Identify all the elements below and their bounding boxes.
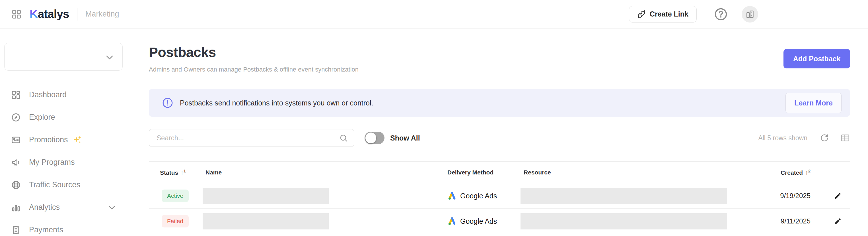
info-icon: [162, 98, 173, 108]
column-header-created[interactable]: Created↑2: [729, 168, 826, 176]
main-content: Postbacks Admins and Owners can manage P…: [149, 28, 850, 236]
edit-button[interactable]: [834, 217, 841, 225]
page-title: Postbacks: [149, 45, 850, 60]
product-name: Marketing: [85, 10, 119, 19]
link-sparkle-icon: [637, 10, 646, 19]
compass-icon: [11, 112, 21, 122]
table-controls: Show All All 5 rows shown: [149, 129, 850, 147]
header-divider: [77, 8, 78, 21]
table-view-button[interactable]: [840, 133, 850, 143]
pencil-icon: [834, 192, 841, 200]
table-header-row: Status↑1 Name Delivery Method Resource C…: [149, 162, 850, 183]
delivery-method-cell: Google Ads: [447, 217, 524, 226]
sidebar-item-dashboard[interactable]: Dashboard: [0, 83, 142, 106]
column-header-status[interactable]: Status↑1: [149, 168, 203, 176]
sparkles-icon: [72, 135, 82, 145]
pencil-icon: [834, 217, 841, 225]
brand-logo-k: K: [30, 7, 38, 21]
app-grid-icon[interactable]: [11, 9, 22, 19]
sidebar: Dashboard Explore Promotions: [0, 28, 142, 236]
globe-icon: [11, 180, 21, 190]
sort-indicator: ↑2: [805, 169, 810, 176]
page-subtitle: Admins and Owners can manage Postbacks &…: [149, 66, 850, 73]
column-header-name[interactable]: Name: [203, 169, 447, 176]
name-placeholder: [203, 213, 329, 230]
edit-button[interactable]: [834, 192, 841, 200]
help-icon: [714, 8, 727, 21]
table-row[interactable]: Active Google Ads 9/19/2025: [149, 183, 850, 209]
info-banner: Postbacks send notifications into system…: [149, 89, 850, 117]
status-badge: Failed: [162, 215, 189, 228]
sidebar-item-label: Explore: [29, 113, 55, 122]
learn-more-button[interactable]: Learn More: [785, 93, 841, 113]
delivery-method-cell: Google Ads: [447, 191, 524, 200]
column-header-delivery-method[interactable]: Delivery Method: [447, 169, 524, 176]
delivery-method-label: Google Ads: [460, 192, 497, 200]
organization-select[interactable]: [4, 43, 123, 71]
google-ads-icon: [447, 191, 457, 200]
sidebar-item-label: Payments: [29, 226, 63, 234]
created-date: 9/11/2025: [729, 217, 826, 225]
search-icon: [339, 134, 348, 143]
buildings-icon: [745, 9, 755, 19]
app-root: Katalys Marketing Create Link: [0, 0, 868, 236]
megaphone-icon: [11, 158, 21, 167]
show-all-label: Show All: [390, 134, 420, 142]
name-placeholder: [203, 188, 329, 204]
promotions-icon: [11, 135, 21, 145]
show-all-toggle[interactable]: [365, 132, 384, 144]
add-postback-button[interactable]: Add Postback: [783, 49, 850, 69]
sidebar-item-label: Dashboard: [29, 90, 67, 99]
sort-indicator: ↑1: [180, 169, 186, 176]
create-link-label: Create Link: [650, 10, 688, 18]
postbacks-table: Status↑1 Name Delivery Method Resource C…: [149, 161, 850, 236]
chevron-down-icon: [107, 203, 116, 212]
sidebar-item-label: Traffic Sources: [29, 180, 80, 189]
help-button[interactable]: [714, 8, 727, 21]
sidebar-item-promotions[interactable]: Promotions: [0, 129, 142, 151]
sidebar-item-my-programs[interactable]: My Programs: [0, 151, 142, 174]
bar-chart-icon: [11, 203, 21, 212]
create-link-button[interactable]: Create Link: [629, 6, 697, 23]
sidebar-item-explore[interactable]: Explore: [0, 106, 142, 129]
sidebar-nav: Dashboard Explore Promotions: [0, 83, 142, 236]
rows-shown-text: All 5 rows shown: [758, 134, 807, 142]
refresh-icon: [820, 133, 829, 142]
sidebar-item-traffic-sources[interactable]: Traffic Sources: [0, 174, 142, 196]
resource-placeholder: [521, 213, 727, 230]
receipt-icon: [11, 225, 21, 235]
sidebar-item-payments[interactable]: Payments: [0, 219, 142, 236]
sidebar-item-analytics[interactable]: Analytics: [0, 196, 142, 219]
sidebar-item-label: Promotions: [29, 135, 68, 144]
column-header-resource[interactable]: Resource: [524, 169, 729, 176]
search-box: [149, 129, 354, 147]
delivery-method-label: Google Ads: [460, 217, 497, 226]
table-body: Active Google Ads 9/19/2025 Failed: [149, 183, 850, 234]
google-ads-icon: [447, 217, 457, 226]
brand-logo[interactable]: Katalys: [30, 7, 69, 21]
account-avatar[interactable]: [742, 6, 758, 23]
created-date: 9/19/2025: [729, 192, 826, 200]
status-badge: Active: [162, 189, 189, 202]
table-row[interactable]: Failed Google Ads 9/11/2025: [149, 209, 850, 234]
brand-logo-rest: atalys: [38, 7, 69, 21]
banner-text: Postbacks send notifications into system…: [180, 99, 373, 107]
toggle-knob: [365, 133, 376, 143]
top-bar: Katalys Marketing Create Link: [0, 0, 868, 28]
dashboard-icon: [11, 90, 21, 100]
resource-placeholder: [521, 188, 727, 204]
table-grid-icon: [840, 133, 850, 143]
chevron-down-icon: [105, 52, 115, 62]
search-input[interactable]: [149, 129, 354, 147]
sidebar-item-label: Analytics: [29, 203, 60, 212]
refresh-button[interactable]: [820, 133, 829, 142]
sidebar-item-label: My Programs: [29, 158, 75, 167]
